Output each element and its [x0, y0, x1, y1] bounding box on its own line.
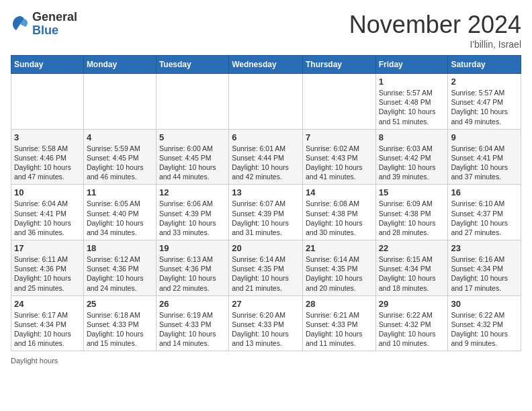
- calendar-cell: 13Sunrise: 6:07 AM Sunset: 4:39 PM Dayli…: [229, 185, 303, 240]
- day-number: 12: [159, 187, 226, 197]
- day-number: 28: [306, 299, 373, 309]
- calendar-cell: [302, 74, 375, 130]
- calendar-cell: 23Sunrise: 6:16 AM Sunset: 4:34 PM Dayli…: [448, 240, 521, 296]
- day-info: Sunrise: 6:12 AM Sunset: 4:36 PM Dayligh…: [87, 255, 153, 293]
- calendar-cell: 18Sunrise: 6:12 AM Sunset: 4:36 PM Dayli…: [83, 240, 156, 296]
- day-info: Sunrise: 6:22 AM Sunset: 4:32 PM Dayligh…: [379, 310, 445, 349]
- day-number: 7: [306, 132, 373, 142]
- calendar-week-3: 10Sunrise: 6:04 AM Sunset: 4:41 PM Dayli…: [11, 185, 521, 240]
- logo: General Blue: [11, 11, 77, 38]
- day-info: Sunrise: 6:02 AM Sunset: 4:43 PM Dayligh…: [306, 144, 373, 182]
- day-info: Sunrise: 5:57 AM Sunset: 4:48 PM Dayligh…: [379, 88, 445, 126]
- calendar-header-sunday: Sunday: [11, 56, 84, 74]
- logo-text: General Blue: [32, 11, 77, 38]
- day-number: 6: [232, 132, 300, 142]
- calendar-header-row: SundayMondayTuesdayWednesdayThursdayFrid…: [11, 56, 521, 74]
- day-number: 20: [232, 243, 300, 253]
- day-number: 22: [379, 243, 445, 253]
- day-info: Sunrise: 6:19 AM Sunset: 4:33 PM Dayligh…: [159, 310, 226, 349]
- calendar-cell: 6Sunrise: 6:01 AM Sunset: 4:44 PM Daylig…: [229, 129, 303, 185]
- day-info: Sunrise: 6:07 AM Sunset: 4:39 PM Dayligh…: [232, 199, 300, 237]
- footer: Daylight hours: [11, 357, 521, 365]
- day-info: Sunrise: 6:06 AM Sunset: 4:39 PM Dayligh…: [159, 199, 226, 237]
- calendar-cell: 3Sunrise: 5:58 AM Sunset: 4:46 PM Daylig…: [11, 129, 84, 185]
- day-info: Sunrise: 5:59 AM Sunset: 4:45 PM Dayligh…: [87, 144, 153, 182]
- day-number: 1: [379, 77, 445, 87]
- calendar-cell: 8Sunrise: 6:03 AM Sunset: 4:42 PM Daylig…: [375, 129, 448, 185]
- day-info: Sunrise: 6:00 AM Sunset: 4:45 PM Dayligh…: [159, 144, 226, 182]
- day-number: 17: [14, 243, 81, 253]
- month-title: November 2024: [349, 11, 521, 39]
- day-number: 16: [451, 187, 518, 197]
- calendar-cell: 21Sunrise: 6:14 AM Sunset: 4:35 PM Dayli…: [302, 240, 375, 296]
- day-number: 2: [451, 77, 518, 87]
- title-section: November 2024 I'billin, Israel: [349, 11, 521, 50]
- calendar-cell: 10Sunrise: 6:04 AM Sunset: 4:41 PM Dayli…: [11, 185, 84, 240]
- calendar-header-saturday: Saturday: [448, 56, 521, 74]
- calendar-cell: 11Sunrise: 6:05 AM Sunset: 4:40 PM Dayli…: [83, 185, 156, 240]
- calendar-cell: 22Sunrise: 6:15 AM Sunset: 4:34 PM Dayli…: [375, 240, 448, 296]
- calendar-header-monday: Monday: [83, 56, 156, 74]
- logo-general: General: [32, 11, 77, 24]
- footer-text: Daylight hours: [11, 357, 58, 365]
- day-info: Sunrise: 6:01 AM Sunset: 4:44 PM Dayligh…: [232, 144, 300, 182]
- calendar-cell: 5Sunrise: 6:00 AM Sunset: 4:45 PM Daylig…: [156, 129, 228, 185]
- calendar-cell: 14Sunrise: 6:08 AM Sunset: 4:38 PM Dayli…: [302, 185, 375, 240]
- calendar-cell: 24Sunrise: 6:17 AM Sunset: 4:34 PM Dayli…: [11, 295, 84, 351]
- calendar-cell: [11, 74, 84, 130]
- day-info: Sunrise: 6:04 AM Sunset: 4:41 PM Dayligh…: [14, 199, 81, 237]
- day-info: Sunrise: 5:58 AM Sunset: 4:46 PM Dayligh…: [14, 144, 81, 182]
- calendar-week-1: 1Sunrise: 5:57 AM Sunset: 4:48 PM Daylig…: [11, 74, 521, 130]
- day-info: Sunrise: 6:03 AM Sunset: 4:42 PM Dayligh…: [379, 144, 445, 182]
- calendar-cell: 29Sunrise: 6:22 AM Sunset: 4:32 PM Dayli…: [375, 295, 448, 351]
- day-number: 9: [451, 132, 518, 142]
- calendar-cell: 1Sunrise: 5:57 AM Sunset: 4:48 PM Daylig…: [375, 74, 448, 130]
- day-number: 24: [14, 299, 81, 309]
- logo-icon: [11, 15, 30, 34]
- day-info: Sunrise: 6:11 AM Sunset: 4:36 PM Dayligh…: [14, 255, 81, 293]
- calendar-header-thursday: Thursday: [302, 56, 375, 74]
- day-number: 15: [379, 187, 445, 197]
- day-number: 21: [306, 243, 373, 253]
- day-number: 26: [159, 299, 226, 309]
- calendar-cell: 7Sunrise: 6:02 AM Sunset: 4:43 PM Daylig…: [302, 129, 375, 185]
- day-info: Sunrise: 6:17 AM Sunset: 4:34 PM Dayligh…: [14, 310, 81, 349]
- day-info: Sunrise: 6:18 AM Sunset: 4:33 PM Dayligh…: [87, 310, 153, 349]
- day-number: 30: [451, 299, 518, 309]
- day-number: 19: [159, 243, 226, 253]
- day-number: 25: [87, 299, 153, 309]
- day-number: 10: [14, 187, 81, 197]
- logo-blue: Blue: [32, 24, 77, 38]
- calendar-cell: 9Sunrise: 6:04 AM Sunset: 4:41 PM Daylig…: [448, 129, 521, 185]
- calendar-cell: 27Sunrise: 6:20 AM Sunset: 4:33 PM Dayli…: [229, 295, 303, 351]
- day-info: Sunrise: 6:14 AM Sunset: 4:35 PM Dayligh…: [232, 255, 300, 293]
- day-number: 3: [14, 132, 81, 142]
- day-info: Sunrise: 6:20 AM Sunset: 4:33 PM Dayligh…: [232, 310, 300, 349]
- calendar-cell: [156, 74, 228, 130]
- day-info: Sunrise: 6:13 AM Sunset: 4:36 PM Dayligh…: [159, 255, 226, 293]
- location: I'billin, Israel: [349, 39, 521, 50]
- calendar-week-5: 24Sunrise: 6:17 AM Sunset: 4:34 PM Dayli…: [11, 295, 521, 351]
- calendar-cell: 12Sunrise: 6:06 AM Sunset: 4:39 PM Dayli…: [156, 185, 228, 240]
- day-number: 8: [379, 132, 445, 142]
- day-number: 13: [232, 187, 300, 197]
- calendar-cell: 28Sunrise: 6:21 AM Sunset: 4:33 PM Dayli…: [302, 295, 375, 351]
- calendar-cell: 2Sunrise: 5:57 AM Sunset: 4:47 PM Daylig…: [448, 74, 521, 130]
- calendar-cell: 15Sunrise: 6:09 AM Sunset: 4:38 PM Dayli…: [375, 185, 448, 240]
- day-number: 23: [451, 243, 518, 253]
- day-info: Sunrise: 5:57 AM Sunset: 4:47 PM Dayligh…: [451, 88, 518, 126]
- calendar-header-tuesday: Tuesday: [156, 56, 228, 74]
- calendar-cell: [229, 74, 303, 130]
- page-header: General Blue November 2024 I'billin, Isr…: [11, 11, 521, 50]
- calendar-header-friday: Friday: [375, 56, 448, 74]
- day-number: 11: [87, 187, 153, 197]
- day-number: 27: [232, 299, 300, 309]
- day-info: Sunrise: 6:16 AM Sunset: 4:34 PM Dayligh…: [451, 255, 518, 293]
- day-info: Sunrise: 6:05 AM Sunset: 4:40 PM Dayligh…: [87, 199, 153, 237]
- day-number: 4: [87, 132, 153, 142]
- day-number: 5: [159, 132, 226, 142]
- day-number: 14: [306, 187, 373, 197]
- day-info: Sunrise: 6:15 AM Sunset: 4:34 PM Dayligh…: [379, 255, 445, 293]
- day-info: Sunrise: 6:21 AM Sunset: 4:33 PM Dayligh…: [306, 310, 373, 349]
- calendar-cell: 25Sunrise: 6:18 AM Sunset: 4:33 PM Dayli…: [83, 295, 156, 351]
